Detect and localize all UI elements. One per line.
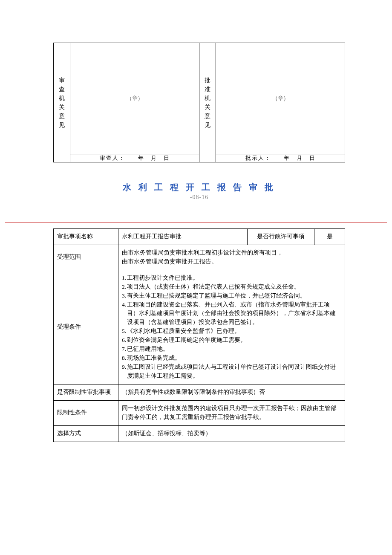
condition-item: 4.工程项目的建设资金已落实、并已列入省、或市（指市水务管理局审批开工项目）水利… [122, 301, 341, 327]
label-restrictive: 是否限制性审批事项 [54, 384, 118, 400]
condition-item: 7.已征用建用地。 [122, 345, 341, 354]
review-org-opinion-label: 审查机关意见 [54, 43, 70, 162]
condition-item: 2.项目法人（或责任主体）和法定代表人已按有关规定成立及任命。 [122, 283, 341, 292]
document-title: 水 利 工 程 开 工 报 告 审 批 [53, 182, 345, 193]
label-scope: 受理范围 [54, 245, 118, 270]
table-row: 是否限制性审批事项 （指具有竞争性或数量限制等限制条件的审批事项）否 [54, 384, 345, 400]
condition-item: 3.有关主体工程已按规定确定了监理与施工单位，并已签订经济合同。 [122, 292, 341, 301]
value-scope: 由市水务管理局负责审批水利工程初步设计文件的所有项目， 由市水务管理局负责审批开… [118, 245, 345, 270]
table-row: 受理条件 1.工程初步设计文件已批准。2.项目法人（或责任主体）和法定代表人已按… [54, 270, 345, 384]
label-is-admin-permit: 是否行政许可事项 [248, 229, 314, 245]
document-date: -08-16 [53, 194, 345, 201]
table-row: 审批事项名称 水利工程开工报告审批 是否行政许可事项 是 [54, 229, 345, 245]
condition-item: 6.到位资金满足合理工期确定的年度施工需要。 [122, 336, 341, 345]
table-row: 受理范围 由市水务管理局负责审批水利工程初步设计文件的所有项目， 由市水务管理局… [54, 245, 345, 270]
approve-stamp-area: （章） [216, 43, 345, 154]
reviewer-signature-line: 审查人： 年 月 日 [70, 154, 199, 162]
divider [5, 222, 387, 223]
value-restrictive: （指具有竞争性或数量限制等限制条件的审批事项）否 [118, 384, 345, 400]
approval-opinion-table: 审查机关意见 （章） 批准机关意见 （章） 审查人： 年 月 日 批示人： 年 … [53, 43, 345, 162]
condition-item: 5.《水利水电工程质量安全监督书》已办理。 [122, 327, 341, 336]
value-item-name: 水利工程开工报告审批 [118, 229, 248, 245]
value-select-mode: （如听证会、招标投标、拍卖等） [118, 425, 345, 442]
label-restrict-cond: 限制性条件 [54, 400, 118, 425]
review-stamp-area: （章） [70, 43, 199, 154]
approver-signature-line: 批示人： 年 月 日 [216, 154, 345, 162]
table-row: 限制性条件 同一初步设计文件批复范围内的建设项目只办理一次开工报告手续；因故由主… [54, 400, 345, 425]
table-row: 选择方式 （如听证会、招标投标、拍卖等） [54, 425, 345, 442]
label-select-mode: 选择方式 [54, 425, 118, 442]
condition-item: 9.施工图设计已经完成或项目法人与工程设计单位已签订设计合同设计图纸交付进度满足… [122, 363, 341, 381]
approve-org-opinion-label: 批准机关意见 [199, 43, 216, 162]
label-item-name: 审批事项名称 [54, 229, 118, 245]
approval-info-table: 审批事项名称 水利工程开工报告审批 是否行政许可事项 是 受理范围 由市水务管理… [53, 228, 345, 442]
value-restrict-cond: 同一初步设计文件批复范围内的建设项目只办理一次开工报告手续；因故由主管部门责令停… [118, 400, 345, 425]
condition-item: 8.现场施工准备完成。 [122, 354, 341, 363]
stamp-placeholder: （章） [272, 95, 289, 101]
condition-item: 1.工程初步设计文件已批准。 [122, 274, 341, 283]
label-conditions: 受理条件 [54, 270, 118, 384]
stamp-placeholder: （章） [127, 95, 143, 101]
value-conditions: 1.工程初步设计文件已批准。2.项目法人（或责任主体）和法定代表人已按有关规定成… [118, 270, 345, 384]
value-is-admin-permit: 是 [314, 229, 345, 245]
